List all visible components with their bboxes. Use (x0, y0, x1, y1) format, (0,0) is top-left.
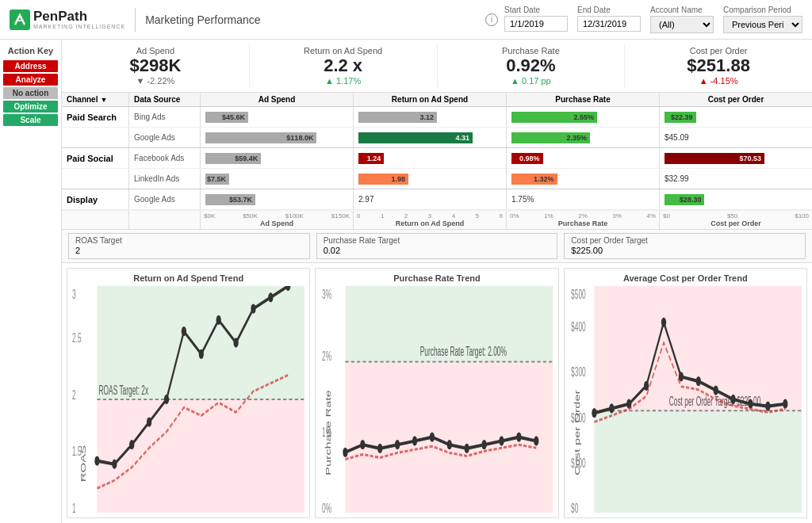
roas-target-group: ROAS Target (68, 233, 310, 259)
th-roas: Return on Ad Spend (354, 93, 507, 106)
account-group: Account Name (All) (650, 6, 714, 33)
table-body: Paid SearchBing Ads$45.6K3.122.55%$22.39… (62, 107, 812, 210)
action-key-title: Action Key (8, 46, 53, 55)
charts-row: Return on Ad Spend Trend ROAS Target: 2x… (62, 263, 812, 523)
main: Action Key Address Analyze No action Opt… (0, 40, 812, 523)
channel-cell (62, 128, 129, 147)
pr-target-group: Purchase Rate Target (316, 233, 558, 259)
pr-chart-title: Purchase Rate Trend (320, 273, 553, 283)
svg-point-12 (129, 440, 134, 449)
svg-point-19 (251, 303, 255, 313)
logo-text: PenPath (33, 10, 125, 25)
table-row: DisplayGoogle Ads$53.7K2.971.75%$28.30 (62, 189, 812, 210)
svg-text:ROAS: ROAS (79, 445, 87, 482)
info-icon[interactable]: i (485, 13, 498, 26)
kpi-adspend-value: $298K (68, 55, 243, 76)
cpo-target-input[interactable] (571, 246, 799, 255)
comparison-select[interactable]: Previous Period (723, 16, 802, 33)
channel-cell: Display (62, 189, 129, 209)
svg-point-53 (517, 432, 522, 441)
svg-rect-67 (594, 286, 802, 410)
adspend-cell: $118.0K (201, 128, 354, 147)
svg-point-84 (695, 376, 700, 386)
roas-cell: 4.31 (354, 128, 507, 147)
filter-icon[interactable]: ▼ (100, 96, 107, 104)
svg-text:2.5: 2.5 (72, 330, 82, 345)
svg-point-88 (765, 401, 770, 410)
account-select[interactable]: (All) (650, 16, 714, 33)
svg-point-47 (412, 436, 417, 445)
svg-text:3%: 3% (322, 287, 331, 302)
ak-optimize: Optimize (3, 101, 58, 113)
header-fields: Start Date End Date Account Name (All) C… (504, 6, 802, 33)
kpi-pr-label: Purchase Rate (444, 46, 619, 55)
pr-target-label: Purchase Rate Target (324, 236, 551, 245)
source-cell: Bing Ads (129, 107, 201, 127)
end-date-label: End Date (577, 6, 641, 14)
svg-point-20 (268, 292, 273, 302)
kpi-roas-value: 2.2 x (256, 55, 431, 76)
svg-point-89 (783, 399, 787, 409)
svg-point-11 (112, 460, 117, 469)
header: PenPath MARKETING INTELLIGENCE Marketing… (0, 0, 812, 40)
logo: PenPath MARKETING INTELLIGENCE (10, 10, 125, 30)
pr-target-input[interactable] (324, 246, 551, 255)
kpi-roas: Return on Ad Spend 2.2 x ▲ 1.17% (250, 44, 438, 87)
svg-point-51 (482, 440, 487, 449)
svg-text:$500: $500 (571, 287, 586, 302)
start-date-input[interactable] (504, 16, 568, 32)
channel-cell (62, 169, 129, 189)
svg-point-52 (500, 436, 504, 445)
targets-row: ROAS Target Purchase Rate Target Cost pe… (62, 230, 812, 263)
cpo-target-label: Cost per Order Target (571, 236, 799, 245)
action-key-sidebar: Action Key Address Analyze No action Opt… (0, 40, 62, 523)
th-pr: Purchase Rate (507, 93, 660, 106)
table-row: Paid SearchBing Ads$45.6K3.122.55%$22.39 (62, 107, 812, 128)
pr-cell: 2.55% (507, 107, 660, 127)
roas-cell: 2.97 (354, 189, 507, 209)
svg-rect-68 (594, 410, 802, 513)
table-row: Google Ads$118.0K4.312.35%$45.09 (62, 128, 812, 148)
kpi-pr: Purchase Rate 0.92% ▲ 0.17 pp (438, 44, 626, 87)
kpi-pr-change: ▲ 0.17 pp (444, 76, 619, 86)
cpo-cell: $32.99 (660, 169, 812, 189)
kpi-roas-change: ▲ 1.17% (256, 76, 431, 86)
svg-point-17 (216, 315, 221, 325)
adspend-cell: $7.5K (201, 169, 354, 189)
svg-point-14 (164, 395, 169, 404)
svg-point-16 (199, 349, 204, 359)
svg-point-43 (343, 448, 348, 457)
table-header: Channel ▼ Data Source Ad Spend Return on… (62, 93, 812, 107)
end-date-input[interactable] (577, 16, 641, 32)
svg-point-44 (361, 440, 366, 449)
start-date-label: Start Date (504, 6, 568, 14)
pr-chart: Purchase Rate Trend Purchase Rate Target… (315, 268, 558, 518)
roas-cell: 1.98 (354, 169, 507, 189)
svg-point-45 (377, 444, 382, 453)
kpi-cpo: Cost per Order $251.88 ▲ -4.15% (625, 44, 812, 87)
svg-text:$300: $300 (571, 365, 586, 380)
roas-target-input[interactable] (75, 246, 303, 255)
th-channel[interactable]: Channel ▼ (62, 93, 129, 106)
svg-point-85 (713, 385, 718, 395)
kpi-cpo-label: Cost per Order (631, 46, 806, 55)
table-row: Paid SocialFacebook Ads$59.4K1.240.98%$7… (62, 148, 812, 169)
kpi-adspend-label: Ad Spend (68, 46, 243, 55)
adspend-cell: $45.6K (201, 107, 354, 127)
comparison-group: Comparison Period Previous Period (723, 6, 802, 33)
kpi-row: Ad Spend $298K ▼ -2.22% Return on Ad Spe… (62, 40, 812, 93)
th-adspend: Ad Spend (201, 93, 354, 106)
kpi-pr-value: 0.92% (444, 55, 619, 76)
cpo-chart-title: Average Cost per Order Trend (569, 273, 802, 283)
ak-noaction: No action (3, 87, 58, 99)
kpi-adspend-change: ▼ -2.22% (68, 76, 243, 86)
cpo-chart-area: Cost per Order Target: $225.00 $0 $100 $… (569, 286, 802, 513)
table-row: LinkedIn Ads$7.5K1.981.32%$32.99 (62, 169, 812, 189)
account-label: Account Name (650, 6, 714, 14)
svg-text:ROAS Target: 2x: ROAS Target: 2x (99, 383, 149, 398)
svg-point-79 (609, 403, 614, 413)
pr-cell: 1.32% (507, 169, 660, 189)
svg-point-86 (730, 395, 735, 404)
end-date-group: End Date (577, 6, 641, 32)
axis-cpo: $0$50$100 Cost per Order (660, 211, 812, 229)
